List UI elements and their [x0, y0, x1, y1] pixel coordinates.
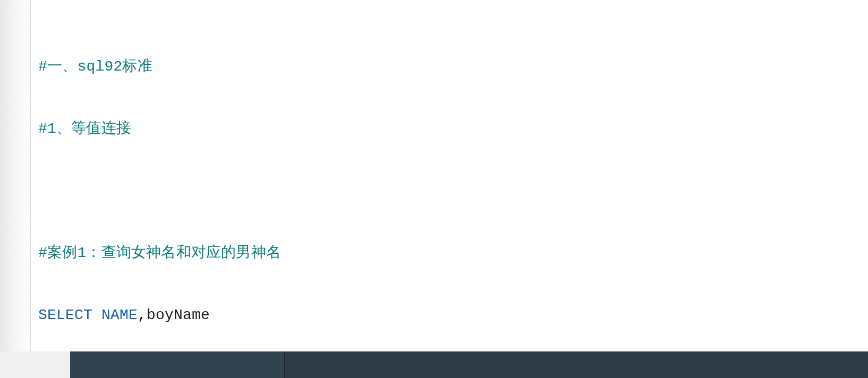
comment-text: #1、等值连接	[38, 118, 131, 139]
status-tab-1[interactable]	[0, 351, 71, 378]
sql-editor: #一、sql92标准 #1、等值连接 #案例1：查询女神名和对应的男神名 SEL…	[0, 0, 868, 351]
status-tab-3[interactable]	[179, 351, 285, 378]
keyword-select: SELECT	[38, 305, 92, 325]
status-tab-2[interactable]	[70, 351, 180, 378]
code-line: #一、sql92标准	[38, 56, 868, 77]
code-line: #案例1：查询女神名和对应的男神名	[38, 243, 868, 263]
comment-text: #案例1：查询女神名和对应的男神名	[38, 243, 281, 263]
code-line: SELECT NAME,boyName	[38, 305, 868, 325]
code-line	[38, 181, 868, 201]
keyword-name: NAME	[92, 305, 138, 325]
code-text: ,boyName	[138, 305, 210, 325]
line-gutter[interactable]	[0, 0, 31, 351]
code-area[interactable]: #一、sql92标准 #1、等值连接 #案例1：查询女神名和对应的男神名 SEL…	[31, 0, 868, 351]
status-bar	[0, 351, 868, 378]
code-line: #1、等值连接	[38, 118, 868, 139]
comment-text: #一、sql92标准	[38, 56, 152, 77]
